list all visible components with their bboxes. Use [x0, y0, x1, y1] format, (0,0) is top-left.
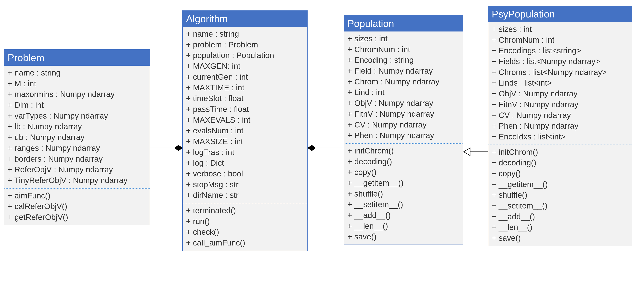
methods-section: + initChrom()+ decoding()+ copy()+ __get… — [488, 145, 632, 246]
svg-marker-1 — [175, 145, 182, 151]
uml-member: + shuffle() — [348, 189, 460, 199]
uml-member: + run() — [186, 216, 304, 227]
uml-member: + __getitem__() — [348, 178, 460, 189]
class-title: Algorithm — [183, 11, 307, 27]
uml-member: + __add__() — [492, 211, 628, 222]
uml-member: + __add__() — [348, 210, 460, 221]
uml-member: + lb : Numpy ndarray — [8, 121, 146, 132]
uml-member: + Dim : int — [8, 100, 146, 111]
class-population: Population + sizes : int+ ChromNum : int… — [344, 15, 463, 245]
uml-member: + MAXTIME : int — [186, 82, 304, 93]
attributes-section: + name : string+ M : int+ maxormins : Nu… — [4, 66, 150, 188]
uml-member: + M : int — [8, 78, 146, 89]
uml-member: + check() — [186, 227, 304, 238]
uml-member: + save() — [492, 233, 628, 244]
uml-member: + population : Population — [186, 50, 304, 61]
uml-member: + CV : Numpy ndarray — [492, 110, 628, 121]
connector-algorithm-problem — [150, 140, 183, 156]
uml-member: + MAXGEN: int — [186, 61, 304, 72]
uml-member: + ObjV : Numpy ndarray — [348, 98, 460, 109]
uml-member: + __len__() — [348, 221, 460, 232]
uml-member: + name : string — [186, 29, 304, 39]
uml-member: + initChrom() — [348, 146, 460, 156]
uml-member: + terminated() — [186, 205, 304, 216]
uml-member: + sizes : int — [492, 24, 628, 35]
class-algorithm: Algorithm + name : string+ problem : Pro… — [182, 10, 308, 251]
uml-member: + decoding() — [348, 156, 460, 167]
class-psypopulation: PsyPopulation + sizes : int+ ChromNum : … — [488, 6, 632, 246]
attributes-section: + sizes : int+ ChromNum : int+ Encodings… — [488, 22, 632, 145]
svg-marker-4 — [464, 148, 470, 156]
uml-member: + ranges : Numpy ndarray — [8, 143, 146, 154]
uml-member: + ChromNum : int — [492, 35, 628, 45]
uml-member: + ub : Numpy ndarray — [8, 132, 146, 143]
uml-member: + varTypes : Numpy ndarray — [8, 111, 146, 121]
uml-member: + calReferObjV() — [8, 201, 146, 212]
svg-marker-2 — [308, 145, 316, 151]
uml-member: + Linds : list<int> — [492, 78, 628, 88]
uml-member: + shuffle() — [492, 190, 628, 201]
uml-member: + MAXEVALS : int — [186, 115, 304, 126]
connector-algorithm-population — [308, 140, 344, 156]
uml-member: + save() — [348, 232, 460, 242]
uml-member: + __setitem__() — [348, 199, 460, 210]
uml-member: + ReferObjV : Numpy ndarray — [8, 164, 146, 175]
uml-member: + logTras : int — [186, 147, 304, 158]
uml-member: + __getitem__() — [492, 179, 628, 190]
connector-population-psypopulation — [463, 144, 488, 159]
uml-member: + __setitem__() — [492, 201, 628, 211]
uml-member: + Phen : Numpy ndarray — [492, 121, 628, 131]
uml-member: + FitnV : Numpy ndarray — [492, 99, 628, 110]
uml-member: + initChrom() — [492, 147, 628, 158]
uml-member: + aimFunc() — [8, 190, 146, 201]
uml-member: + FitnV : Numpy ndarray — [348, 109, 460, 119]
uml-member: + verbose : bool — [186, 168, 304, 179]
uml-member: + log : Dict — [186, 158, 304, 168]
uml-member: + TinyReferObjV : Numpy ndarray — [8, 175, 146, 186]
uml-member: + currentGen : int — [186, 72, 304, 82]
uml-member: + call_aimFunc() — [186, 238, 304, 248]
uml-member: + Encoding : string — [348, 55, 460, 66]
methods-section: + initChrom()+ decoding()+ copy()+ __get… — [344, 144, 463, 245]
class-title: Population — [344, 15, 463, 31]
uml-member: + stopMsg : str — [186, 179, 304, 190]
attributes-section: + sizes : int+ ChromNum : int+ Encoding … — [344, 31, 463, 143]
uml-member: + copy() — [348, 167, 460, 178]
uml-member: + CV : Numpy ndarray — [348, 119, 460, 130]
uml-member: + Lind : int — [348, 87, 460, 98]
methods-section: + terminated()+ run()+ check()+ call_aim… — [183, 203, 307, 251]
uml-member: + sizes : int — [348, 33, 460, 44]
class-title: PsyPopulation — [488, 6, 632, 22]
uml-member: + getReferObjV() — [8, 212, 146, 223]
uml-member: + Chroms : list<Numpy ndarray> — [492, 67, 628, 78]
uml-member: + maxormins : Numpy ndarray — [8, 89, 146, 100]
uml-member: + dirName : str — [186, 190, 304, 201]
class-title: Problem — [4, 50, 150, 66]
uml-member: + MAXSIZE : int — [186, 136, 304, 147]
uml-member: + name : string — [8, 67, 146, 78]
uml-member: + ObjV : Numpy ndarray — [492, 88, 628, 99]
uml-member: + borders : Numpy ndarray — [8, 154, 146, 164]
uml-member: + EncoIdxs : list<int> — [492, 131, 628, 142]
uml-member: + Encodings : list<string> — [492, 45, 628, 56]
uml-member: + ChromNum : int — [348, 44, 460, 55]
uml-member: + copy() — [492, 168, 628, 179]
uml-member: + Fields : list<Numpy ndarray> — [492, 56, 628, 67]
uml-member: + passTime : float — [186, 104, 304, 115]
uml-member: + Chrom : Numpy ndarray — [348, 76, 460, 87]
uml-member: + problem : Problem — [186, 39, 304, 50]
uml-member: + __len__() — [492, 222, 628, 233]
uml-member: + timeSlot : float — [186, 93, 304, 104]
uml-member: + Phen : Numpy ndarray — [348, 130, 460, 141]
class-problem: Problem + name : string+ M : int+ maxorm… — [4, 49, 150, 225]
uml-member: + Field : Numpy ndarray — [348, 66, 460, 76]
attributes-section: + name : string+ problem : Problem+ popu… — [183, 27, 307, 203]
uml-member: + decoding() — [492, 157, 628, 168]
methods-section: + aimFunc()+ calReferObjV()+ getReferObj… — [4, 189, 150, 225]
uml-member: + evalsNum : int — [186, 125, 304, 136]
